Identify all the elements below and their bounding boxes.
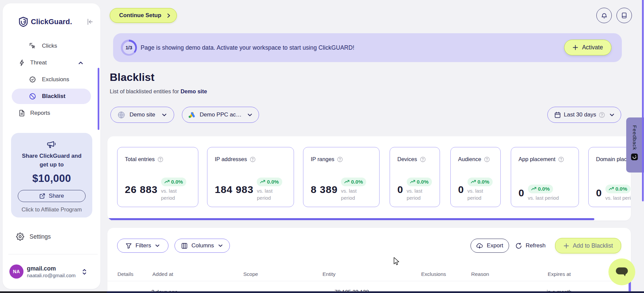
stat-caption: vs. last period — [528, 194, 559, 201]
column-header-exclusions[interactable]: Exclusions — [421, 271, 446, 277]
help-circle-icon[interactable] — [558, 156, 564, 162]
gear-icon — [16, 233, 24, 241]
help-circle-icon[interactable] — [420, 156, 426, 162]
feedback-tab[interactable]: Feedback — [626, 117, 644, 173]
activate-button[interactable]: Activate — [564, 40, 611, 55]
ppc-account-value: Demo PPC ac… — [200, 111, 242, 118]
add-to-blacklist-button[interactable]: Add to Blacklist — [555, 238, 621, 253]
sidebar-item-blacklist[interactable]: Blacklist — [3, 88, 100, 105]
help-circle-icon[interactable] — [337, 156, 343, 162]
page-subtitle-text: List of blacklisted entities for — [110, 88, 179, 94]
stat-value: 184 983 — [215, 184, 253, 195]
demo-data-banner: 1/3 Page is showing demo data. Activate … — [113, 33, 622, 62]
stat-title: Audience — [458, 156, 481, 162]
chevron-down-icon — [609, 112, 615, 118]
sidebar-item-label: Threat — [30, 59, 47, 66]
columns-button-label: Columns — [191, 242, 214, 249]
notifications-button[interactable] — [596, 8, 612, 23]
help-circle-icon[interactable] — [484, 156, 490, 162]
stat-caption: vs. last period — [257, 187, 281, 201]
feedback-tab-label: Feedback — [632, 125, 638, 150]
stat-value: 26 883 — [125, 184, 158, 195]
feedback-smiley-icon — [631, 153, 638, 160]
change-value: 0.0% — [267, 179, 279, 185]
columns-icon — [181, 243, 188, 249]
stat-caption: vs. last period — [407, 187, 431, 201]
chat-launcher-button[interactable] — [608, 258, 635, 285]
page-vertical-scrollbar[interactable] — [642, 0, 644, 201]
trending-up-icon — [344, 180, 349, 184]
setup-progress-step: 1/3 — [123, 42, 135, 54]
ppc-account-selector[interactable]: Demo PPC ac… — [182, 107, 259, 123]
knowledge-base-button[interactable] — [616, 8, 632, 23]
bell-icon — [601, 12, 608, 19]
site-selector[interactable]: Demo site — [110, 107, 174, 123]
chevron-down-icon — [161, 112, 167, 118]
logo-text: ClickGuard. — [31, 18, 72, 26]
stats-horizontal-scrollbar[interactable] — [108, 218, 594, 220]
change-badge: 0.0% — [605, 185, 631, 193]
sidebar-collapse-icon[interactable] — [86, 18, 94, 26]
page-title: Blacklist — [110, 71, 154, 84]
chevron-down-icon — [247, 112, 253, 118]
change-value: 0.0% — [417, 179, 429, 185]
affiliate-promo-card[interactable]: Share ClickGuard and get up to $10,000 S… — [11, 133, 92, 217]
filters-button[interactable]: Filters — [117, 239, 168, 253]
ban-icon — [29, 93, 36, 100]
sidebar-item-label: Blacklist — [42, 93, 65, 100]
change-value: 0.0% — [538, 186, 550, 192]
change-value: 0.0% — [351, 179, 363, 185]
add-to-blacklist-label: Add to Blacklist — [573, 242, 613, 249]
continue-setup-button[interactable]: Continue Setup — [110, 8, 177, 23]
trending-up-icon — [260, 180, 265, 184]
sidebar-divider — [8, 254, 98, 254]
change-badge: 0.0% — [257, 178, 282, 186]
sidebar-scrollbar[interactable] — [98, 68, 99, 130]
change-badge: 0.0% — [467, 178, 493, 186]
select-chevrons-icon — [82, 268, 87, 276]
promo-text-line2: get up to — [11, 160, 92, 169]
sidebar-item-threat[interactable]: Threat — [3, 54, 100, 71]
sidebar-item-clicks[interactable]: Clicks — [3, 38, 100, 54]
calendar-icon — [554, 111, 561, 118]
date-range-value: Last 30 days — [564, 111, 596, 118]
column-header-details[interactable]: Details — [117, 271, 133, 277]
refresh-button[interactable]: Refresh — [515, 239, 546, 253]
stat-card-domain-placement: Domain placement 0 0.0% vs. last period — [588, 147, 631, 207]
chevron-up-icon[interactable] — [78, 60, 84, 66]
user-email: naatali.ro@gmail.com — [27, 273, 76, 278]
sidebar-item-settings[interactable]: Settings — [3, 228, 100, 245]
columns-button[interactable]: Columns — [175, 239, 230, 253]
trending-up-icon — [410, 180, 415, 184]
page-subtitle: List of blacklisted entities for Demo si… — [110, 88, 207, 95]
help-circle-icon[interactable] — [157, 156, 163, 162]
filters-button-label: Filters — [136, 242, 151, 249]
banner-message: Page is showing demo data. Activate your… — [141, 33, 354, 62]
stat-caption: vs. last period — [341, 187, 365, 201]
chevron-right-icon — [166, 13, 171, 18]
column-header-added-at[interactable]: Added at — [152, 271, 173, 277]
google-ads-icon — [188, 112, 195, 118]
stat-card-ip-ranges: IP ranges 8 389 0.0% vs. last period — [303, 147, 380, 207]
share-button-label: Share — [49, 193, 64, 199]
stat-value: 0 — [518, 187, 525, 199]
speech-bubble-icon — [615, 266, 629, 277]
sidebar-item-exclusions[interactable]: Exclusions — [3, 71, 100, 88]
change-value: 0.0% — [615, 186, 627, 192]
logo[interactable]: ClickGuard. — [19, 17, 72, 27]
chevron-down-icon — [218, 243, 223, 248]
trending-up-icon — [531, 187, 536, 191]
column-header-reason[interactable]: Reason — [471, 271, 489, 277]
stat-title: IP ranges — [311, 156, 334, 162]
stat-title: App placement — [518, 156, 555, 162]
help-circle-icon[interactable] — [250, 156, 256, 162]
stat-caption: vs. last period — [161, 187, 185, 201]
sidebar-item-reports[interactable]: Reports — [3, 105, 100, 121]
column-header-expires-at[interactable]: Expires at — [548, 271, 571, 277]
column-header-entity[interactable]: Entity — [323, 271, 336, 277]
user-menu[interactable]: NA gmail.com naatali.ro@gmail.com — [3, 264, 100, 279]
column-header-scope[interactable]: Scope — [243, 271, 258, 277]
export-button[interactable]: Export — [470, 239, 509, 253]
share-button[interactable]: Share — [18, 190, 86, 202]
date-range-selector[interactable]: Last 30 days — [547, 107, 621, 123]
